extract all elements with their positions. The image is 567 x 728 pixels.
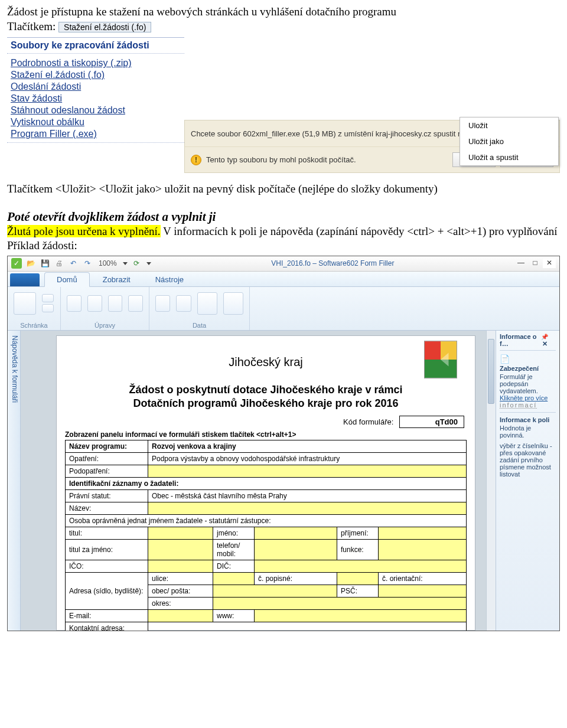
field-funkce[interactable] xyxy=(379,539,467,560)
table-row: Adresa (sídlo, bydliště): ulice: č. popi… xyxy=(66,572,467,585)
field-www[interactable] xyxy=(255,609,467,622)
paste-icon[interactable] xyxy=(14,292,36,315)
link-podrobnosti[interactable]: Podrobnosti a tiskopisy (.zip) xyxy=(11,57,181,69)
table-row: Opatření:Podpora výstavby a obnovy vodoh… xyxy=(66,452,467,465)
intro-line1: Žádost je přístupna ke stažení na webový… xyxy=(7,5,396,18)
panel-close-icon[interactable]: ✕ xyxy=(541,340,549,347)
field-nazev[interactable] xyxy=(148,502,467,514)
info-panel-title: Informace o f… xyxy=(500,333,541,347)
select-icon[interactable] xyxy=(108,295,123,312)
cut-icon[interactable] xyxy=(42,294,54,302)
lbl-ulice: ulice: xyxy=(148,572,213,585)
field-psc[interactable] xyxy=(379,585,467,597)
link-program-filler[interactable]: Program Filler (.exe) xyxy=(11,128,181,140)
table-row: Osoba oprávněná jednat jménem žadatele -… xyxy=(66,514,467,527)
lbl-pravni-statut: Právní statut: xyxy=(66,489,148,502)
security-heading: Zabezpečení xyxy=(500,365,556,372)
link-stahnout-odeslanou[interactable]: Stáhnout odeslanou žádost xyxy=(11,105,181,116)
qat-save-icon[interactable]: 💾 xyxy=(40,258,50,269)
field-telefon[interactable] xyxy=(255,539,337,560)
field-okres[interactable] xyxy=(213,597,467,609)
save-menu-ulozit[interactable]: Uložit xyxy=(460,117,558,133)
security-text: Formulář je podepsán vydavatelem. xyxy=(500,373,556,394)
lbl-podopatreni: Podopatření: xyxy=(66,465,148,477)
qat-open-icon[interactable]: 📂 xyxy=(25,258,36,269)
data-send-icon[interactable] xyxy=(155,295,170,312)
security-more-link[interactable]: Klikněte pro více xyxy=(500,394,556,401)
vertical-scrollbar[interactable] xyxy=(486,331,496,631)
lbl-jmeno: jméno: xyxy=(213,527,255,539)
link-vytisknout-obalku[interactable]: Vytisknout obálku xyxy=(11,116,181,128)
qat-undo-icon[interactable]: ↶ xyxy=(68,258,79,269)
link-stazeni-fo[interactable]: Stažení el.žádosti (.fo) xyxy=(11,69,181,81)
copy-icon[interactable] xyxy=(42,304,54,312)
form-filler-window: ✓ 📂 💾 🖨 ↶ ↷ 100% ⟳ VHI_2016.fo – Softwar… xyxy=(7,256,560,631)
calculator-icon[interactable] xyxy=(197,292,217,315)
lbl-cpopisne: č. popisné: xyxy=(255,572,337,585)
field-titul-za[interactable] xyxy=(148,539,213,560)
link-odeslani[interactable]: Odeslání žádosti xyxy=(11,81,181,93)
ribbon-tabs: Domů Zobrazit Nástroje xyxy=(8,272,559,287)
window-minimize-button[interactable]: — xyxy=(514,259,527,268)
qat-more-caret-icon[interactable] xyxy=(146,262,151,265)
lbl-nazev: Název: xyxy=(66,502,148,514)
links-panel-title: Soubory ke zpracování žádosti xyxy=(7,37,184,54)
save-menu-ulozit-spustit[interactable]: Uložit a spustit xyxy=(460,149,558,165)
document-viewport[interactable]: Jihočeský kraj Žádost o xyxy=(21,331,486,631)
window-close-button[interactable]: ✕ xyxy=(543,259,556,268)
qat-redo-icon[interactable]: ↷ xyxy=(82,258,93,269)
field-dic[interactable] xyxy=(255,560,467,572)
field-ico[interactable] xyxy=(148,560,213,572)
yellow-fields-note: Žlutá pole jsou určena k vyplnění. xyxy=(7,225,161,237)
field-email[interactable] xyxy=(148,609,213,622)
spellcheck-icon[interactable] xyxy=(128,295,143,312)
qat-print-icon[interactable]: 🖨 xyxy=(54,258,64,269)
form-page: Jihočeský kraj Žádost o xyxy=(56,335,475,631)
field-prijmeni[interactable] xyxy=(379,527,467,539)
group-clipboard-label: Schránka xyxy=(14,322,54,329)
field-info-hint: výběr z číselníku - přes opakované zadán… xyxy=(500,442,556,478)
tab-nastroje[interactable]: Nástroje xyxy=(144,273,195,286)
field-jmeno[interactable] xyxy=(255,527,337,539)
screenshot-links-and-download: Soubory ke zpracování žádosti Podrobnost… xyxy=(7,37,560,176)
find-icon[interactable] xyxy=(67,295,82,312)
field-kontakt[interactable] xyxy=(148,622,467,631)
section-identifikace: Identifikační záznamy o žadateli: xyxy=(66,477,467,489)
field-obec[interactable] xyxy=(213,585,337,597)
window-maximize-button[interactable]: □ xyxy=(529,259,542,268)
val-nazev-programu: Rozvoj venkova a krajiny xyxy=(148,440,467,452)
field-titul[interactable] xyxy=(148,527,213,539)
replace-icon[interactable] xyxy=(87,295,102,312)
field-cpopisne[interactable] xyxy=(337,572,379,585)
link-stav[interactable]: Stav žádosti xyxy=(11,93,181,105)
lbl-telefon: telefon/ mobil: xyxy=(213,539,255,560)
app-title: VHI_2016.fo – Software602 Form Filler xyxy=(155,259,511,267)
table-row: E-mail: www: xyxy=(66,609,467,622)
qat-refresh-icon[interactable]: ⟳ xyxy=(131,258,142,269)
field-podopatreni[interactable] xyxy=(148,465,467,477)
region-crest-icon xyxy=(424,341,457,378)
data-receive-icon[interactable] xyxy=(176,295,191,312)
zoom-value[interactable]: 100% xyxy=(99,259,117,267)
scroll-thumb[interactable] xyxy=(488,339,494,404)
table-row: titul za jméno: telefon/ mobil: funkce: xyxy=(66,539,467,560)
tab-domu[interactable]: Domů xyxy=(44,272,90,287)
lbl-opatreni: Opatření: xyxy=(66,452,148,465)
validate-icon[interactable] xyxy=(223,292,243,315)
lbl-nazev-programu: Název programu: xyxy=(66,440,148,452)
pin-icon[interactable]: 📌 xyxy=(541,334,548,340)
save-menu-ulozit-jako[interactable]: Uložit jako xyxy=(460,133,558,149)
lbl-adresa: Adresa (sídlo, bydliště): xyxy=(66,572,148,609)
field-ulice[interactable] xyxy=(213,572,255,585)
lbl-osoba-opravnena: Osoba oprávněná jednat jménem žadatele -… xyxy=(66,514,467,527)
qat-check-icon[interactable]: ✓ xyxy=(11,258,22,269)
tab-zobrazit[interactable]: Zobrazit xyxy=(91,273,142,286)
zoom-caret-icon[interactable] xyxy=(123,262,128,265)
val-opatreni: Podpora výstavby a obnovy vodohospodářsk… xyxy=(148,452,467,465)
group-edit-label: Úpravy xyxy=(67,322,143,329)
lbl-email: E-mail: xyxy=(66,609,148,622)
security-more-dots: informací xyxy=(500,401,556,409)
help-note: V informacích k poli je nápověda (zapíná… xyxy=(161,225,558,237)
file-tab[interactable] xyxy=(10,273,40,286)
sidebar-help-tab[interactable]: Nápověda k formuláři xyxy=(8,331,21,631)
